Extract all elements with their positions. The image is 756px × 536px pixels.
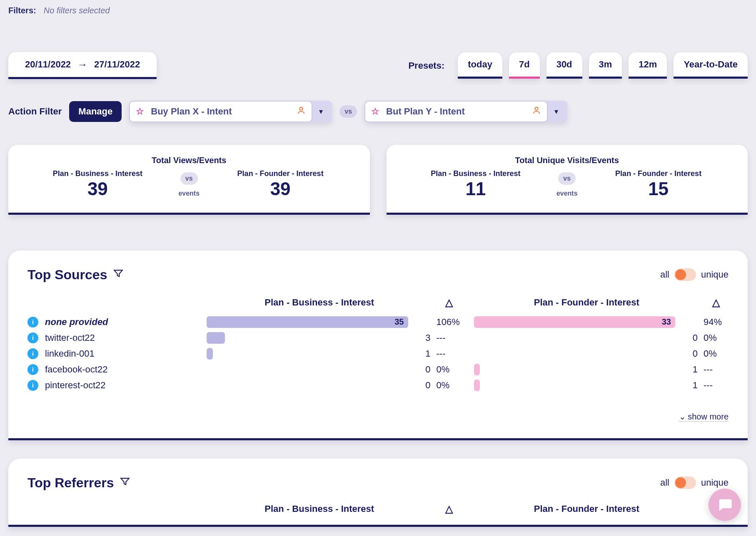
info-icon[interactable]: i xyxy=(27,348,38,359)
bar-value: 0 xyxy=(681,348,698,359)
source-row-label: itwitter-oct22 xyxy=(27,330,194,346)
source-bar-cell: 00% xyxy=(207,362,462,377)
delta-icon: △ xyxy=(704,297,729,308)
filter-icon[interactable] xyxy=(120,476,130,489)
bar-delta: 94% xyxy=(704,317,729,328)
stat-card-title: Total Views/Events xyxy=(25,156,353,165)
preset-today[interactable]: today xyxy=(458,52,502,79)
person-icon xyxy=(297,106,306,117)
manage-button[interactable]: Manage xyxy=(69,101,122,122)
info-icon[interactable]: i xyxy=(27,317,38,328)
sources-header-b-label: Plan - Founder - Interest xyxy=(474,297,700,308)
chevron-down-icon: ⌄ xyxy=(679,412,686,421)
bar-delta: 106% xyxy=(437,317,462,328)
referrers-header-b-label: Plan - Founder - Interest xyxy=(474,504,700,514)
vs-pill: vs xyxy=(558,172,576,185)
top-sources-title: Top Sources xyxy=(27,267,107,283)
source-bar-cell: 3--- xyxy=(207,330,462,346)
toggle-label-all: all xyxy=(660,477,669,488)
action-filter-row: Action Filter Manage ☆ Buy Plan X - Inte… xyxy=(8,101,748,122)
bar-delta: 0% xyxy=(704,333,729,343)
bar-value: 0 xyxy=(414,364,431,375)
toggle-label-unique: unique xyxy=(701,477,729,488)
filters-label: Filters: xyxy=(8,6,36,15)
bar-value: 1 xyxy=(681,380,698,391)
top-sources-card: Top Sources all unique Plan - Business -… xyxy=(8,251,748,440)
bar-value: 1 xyxy=(414,348,431,359)
toggle-switch[interactable] xyxy=(674,268,696,281)
sources-header-a-label: Plan - Business - Interest xyxy=(207,297,432,308)
star-icon: ☆ xyxy=(371,106,379,117)
toggle-label-unique: unique xyxy=(701,269,729,280)
bar-value: 3 xyxy=(414,333,431,343)
preset-7d[interactable]: 7d xyxy=(509,52,540,79)
action-select-a-value: Buy Plan X - Intent xyxy=(151,106,290,117)
arrow-right-icon: → xyxy=(77,59,87,70)
stat-card-title: Total Unique Visits/Events xyxy=(403,156,731,165)
source-row-label: ilinkedin-001 xyxy=(27,346,194,362)
source-bar-cell: 00% xyxy=(474,346,729,362)
bar-fill: 35 xyxy=(207,316,408,328)
preset-yeartodate[interactable]: Year-to-Date xyxy=(674,52,748,79)
preset-3m[interactable]: 3m xyxy=(589,52,622,79)
action-select-b-value: But Plan Y - Intent xyxy=(386,106,525,117)
date-range-picker[interactable]: 20/11/2022 → 27/11/2022 xyxy=(8,52,157,79)
stat-right-label: Plan - Founder - Interest xyxy=(208,169,353,178)
source-name: none provided xyxy=(45,317,108,328)
stat-sublabel: events xyxy=(556,190,578,197)
preset-30d[interactable]: 30d xyxy=(546,52,582,79)
chat-button[interactable] xyxy=(709,489,741,521)
stat-left-value: 39 xyxy=(25,178,170,200)
info-icon[interactable]: i xyxy=(27,333,38,343)
source-row-label: inone provided xyxy=(27,314,194,330)
bar-value: 0 xyxy=(414,380,431,391)
info-icon[interactable]: i xyxy=(27,364,38,375)
stat-left-value: 11 xyxy=(403,178,549,200)
source-bar-cell: 3394% xyxy=(474,314,729,330)
source-bar-cell: 1--- xyxy=(474,377,729,393)
source-bar-cell: 1--- xyxy=(207,346,462,362)
sources-toggle: all unique xyxy=(660,268,729,281)
bar-value: 1 xyxy=(681,364,698,375)
bar-delta: --- xyxy=(437,348,462,359)
action-select-b[interactable]: ☆ But Plan Y - Intent ▾ xyxy=(364,101,567,122)
bar-fill xyxy=(474,380,480,391)
stat-sublabel: events xyxy=(178,190,200,197)
sources-header-a: Plan - Business - Interest △ xyxy=(207,297,462,314)
source-bar-cell: 35106% xyxy=(207,314,462,330)
source-name: facebook-oct22 xyxy=(45,364,107,375)
stat-right-value: 15 xyxy=(586,178,731,200)
delta-icon: △ xyxy=(437,297,462,308)
bar-delta: --- xyxy=(704,380,729,391)
stats-row: Total Views/Events Plan - Business - Int… xyxy=(8,145,748,215)
source-bar-cell: 00% xyxy=(207,377,462,393)
date-from: 20/11/2022 xyxy=(25,59,71,70)
chevron-down-icon[interactable]: ▾ xyxy=(312,103,329,120)
action-select-a[interactable]: ☆ Buy Plan X - Intent ▾ xyxy=(129,101,332,122)
bar-value: 0 xyxy=(681,333,698,343)
date-presets-row: 20/11/2022 → 27/11/2022 Presets: today7d… xyxy=(8,52,748,79)
person-icon xyxy=(532,106,541,117)
bar-fill xyxy=(474,364,480,375)
bar-delta: --- xyxy=(704,364,729,375)
referrers-toggle: all unique xyxy=(660,476,729,489)
bar-delta: 0% xyxy=(437,380,462,391)
vs-pill: vs xyxy=(180,172,198,185)
info-icon[interactable]: i xyxy=(27,380,38,391)
referrers-header-a: Plan - Business - Interest △ xyxy=(207,503,462,521)
vs-pill: vs xyxy=(339,105,357,118)
show-more-link[interactable]: ⌄show more xyxy=(679,412,729,422)
date-to: 27/11/2022 xyxy=(94,59,140,70)
stat-left-label: Plan - Business - Interest xyxy=(403,169,549,178)
chevron-down-icon[interactable]: ▾ xyxy=(548,103,565,120)
bar-fill xyxy=(207,348,213,360)
preset-12m[interactable]: 12m xyxy=(629,52,667,79)
top-referrers-card: Top Referrers all unique Plan - Business… xyxy=(8,459,748,527)
toggle-switch[interactable] xyxy=(674,476,696,489)
stat-left-label: Plan - Business - Interest xyxy=(25,169,170,178)
stat-right-label: Plan - Founder - Interest xyxy=(586,169,731,178)
star-icon: ☆ xyxy=(136,106,144,117)
filter-icon[interactable] xyxy=(113,268,124,281)
presets-label: Presets: xyxy=(408,60,444,71)
source-bar-cell: 1--- xyxy=(474,362,729,377)
